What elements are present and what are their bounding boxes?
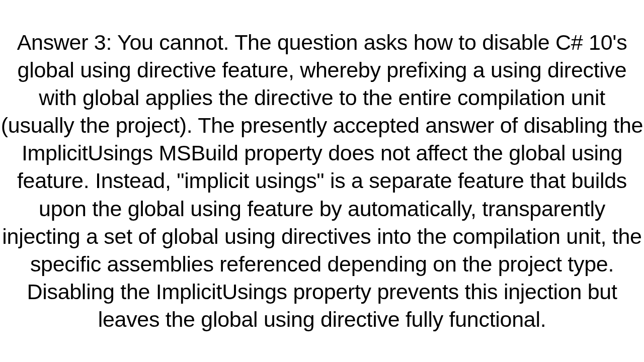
answer-text: Answer 3: You cannot. The question asks …: [0, 29, 644, 333]
